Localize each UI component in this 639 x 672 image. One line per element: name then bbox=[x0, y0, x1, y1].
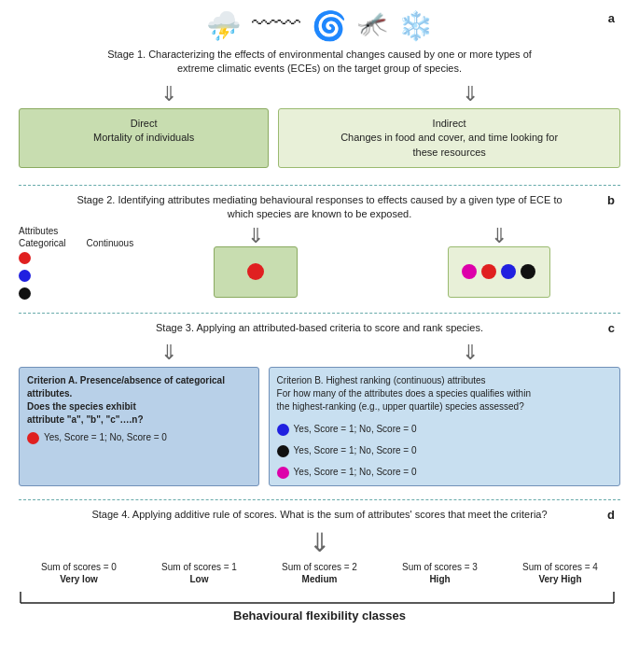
b-center-block: ⇓ bbox=[133, 226, 377, 298]
b-green-box-right bbox=[448, 246, 550, 298]
indirect-box: Indirect Changes in food and cover, and … bbox=[278, 108, 620, 168]
b-arrow-center: ⇓ bbox=[247, 226, 264, 246]
icons-row: ⛈️ 〰〰 🌀 🦟 ❄️ bbox=[19, 9, 620, 42]
attr-header: Attributes bbox=[19, 226, 133, 236]
c-arrow-left: ⇓ bbox=[160, 343, 177, 363]
level-4-col: Very High bbox=[500, 574, 620, 584]
b-right-block: ⇓ bbox=[377, 226, 620, 298]
attr-sublabels: Categorical Continuous bbox=[19, 238, 133, 248]
stage1-text: Stage 1. Characterizing the effects of e… bbox=[19, 48, 620, 77]
dot-red-r bbox=[481, 264, 496, 279]
label-b: b bbox=[607, 193, 615, 207]
section-b: b Stage 2. Identifying attributes mediat… bbox=[19, 193, 620, 305]
b-green-box-left bbox=[214, 246, 298, 298]
d-scores-row: Sum of scores = 0 Sum of scores = 1 Sum … bbox=[19, 562, 620, 572]
b-attr-dots bbox=[19, 252, 133, 300]
arrow-right: ⇓ bbox=[462, 84, 479, 105]
section-d: d Stage 4. Applying additive rule of sco… bbox=[19, 508, 620, 625]
crit-a-dot bbox=[27, 432, 39, 444]
level-2-col: Medium bbox=[259, 574, 380, 584]
score-4-col: Sum of scores = 4 bbox=[500, 562, 620, 572]
section-c: c Stage 3. Applying an attributed-based … bbox=[19, 321, 620, 492]
divider-cd bbox=[19, 499, 620, 500]
crit-b-score1: Yes, Score = 1; No, Score = 0 bbox=[277, 423, 612, 436]
crit-b-dot-black bbox=[277, 445, 289, 457]
d-levels-row: Very low Low Medium High Very High bbox=[19, 574, 620, 584]
stage3-text: Stage 3. Applying an attributed-based cr… bbox=[19, 321, 620, 335]
a-boxes-row: Direct Mortality of individuals Indirect… bbox=[19, 108, 620, 168]
dot-blue-r bbox=[501, 264, 516, 279]
page: a ⛈️ 〰〰 🌀 🦟 ❄️ Stage 1. Characterizing t… bbox=[0, 0, 639, 636]
dot-red-center bbox=[247, 263, 264, 280]
bracket-svg bbox=[19, 590, 620, 605]
creature-icon: 🦟 bbox=[357, 9, 387, 42]
crit-b-dot-blue bbox=[277, 424, 289, 436]
storm-icon: ⛈️ bbox=[206, 9, 241, 42]
section-a: a ⛈️ 〰〰 🌀 🦟 ❄️ Stage 1. Characterizing t… bbox=[19, 9, 620, 177]
dot-black-cat bbox=[19, 287, 31, 300]
arrow-left: ⇓ bbox=[160, 84, 177, 105]
criterion-b-box: Criterion B. Highest ranking (continuous… bbox=[269, 367, 620, 486]
d-arrow: ⇓ bbox=[309, 530, 330, 556]
dot-blue-cat bbox=[19, 270, 31, 282]
categorical-col bbox=[19, 252, 31, 300]
stage4-text: Stage 4. Applying additive rule of score… bbox=[19, 508, 620, 522]
d-arrow-center: ⇓ bbox=[19, 530, 620, 556]
divider-ab bbox=[19, 185, 620, 186]
stage2-text: Stage 2. Identifying attributes mediatin… bbox=[19, 193, 620, 222]
score-2-col: Sum of scores = 2 bbox=[259, 562, 380, 572]
c-boxes-row: Criterion A. Presence/absence of categor… bbox=[19, 367, 620, 486]
score-3-col: Sum of scores = 3 bbox=[380, 562, 500, 572]
crit-b-score2: Yes, Score = 1; No, Score = 0 bbox=[277, 444, 612, 457]
crit-b-score-lines: Yes, Score = 1; No, Score = 0 Yes, Score… bbox=[277, 418, 612, 479]
wave-icon: 〰〰 bbox=[252, 9, 300, 42]
snowflake-icon: ❄️ bbox=[398, 9, 433, 42]
level-1-col: Low bbox=[139, 574, 259, 584]
c-arrows-row: ⇓ ⇓ bbox=[19, 343, 620, 363]
c-arrow-right: ⇓ bbox=[462, 343, 479, 363]
dots-cluster-right bbox=[462, 264, 535, 279]
cyclone-icon: 🌀 bbox=[312, 9, 346, 42]
crit-b-dot-magenta bbox=[277, 467, 289, 479]
crit-b-title: Criterion B. Highest ranking (continuous… bbox=[277, 374, 612, 413]
b-arrow-right: ⇓ bbox=[491, 226, 507, 246]
dot-magenta-r bbox=[462, 264, 477, 279]
flex-class-label: Behavioural flexibility classes bbox=[19, 609, 620, 623]
b-attributes-section: Attributes Categorical Continuous bbox=[19, 226, 133, 300]
level-0-col: Very low bbox=[19, 574, 139, 584]
b-full-row: Attributes Categorical Continuous bbox=[19, 226, 620, 300]
direct-box: Direct Mortality of individuals bbox=[19, 108, 269, 168]
score-1-col: Sum of scores = 1 bbox=[139, 562, 259, 572]
score-0-col: Sum of scores = 0 bbox=[19, 562, 139, 572]
crit-a-title: Criterion A. Presence/absence of categor… bbox=[27, 374, 251, 427]
bracket-container bbox=[19, 590, 620, 607]
criterion-a-box: Criterion A. Presence/absence of categor… bbox=[19, 367, 259, 486]
dot-black-r bbox=[521, 264, 535, 279]
level-3-col: High bbox=[380, 574, 500, 584]
label-c: c bbox=[608, 321, 615, 335]
crit-a-score-line: Yes, Score = 1; No, Score = 0 bbox=[27, 431, 251, 444]
dot-red-cat bbox=[19, 252, 31, 264]
a-arrows-row: ⇓ ⇓ bbox=[19, 84, 620, 105]
label-d: d bbox=[607, 508, 615, 522]
crit-b-score3: Yes, Score = 1; No, Score = 0 bbox=[277, 466, 612, 479]
divider-bc bbox=[19, 313, 620, 314]
label-a: a bbox=[608, 11, 615, 25]
